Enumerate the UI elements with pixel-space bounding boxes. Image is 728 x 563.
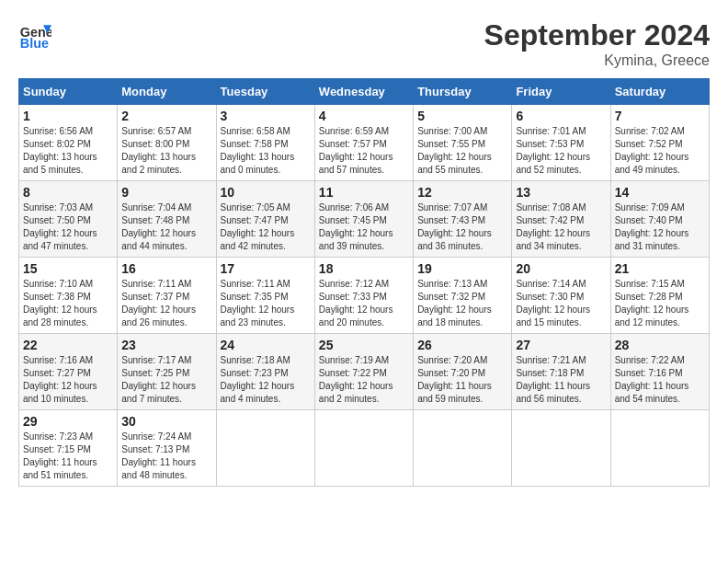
day-info: Sunrise: 7:08 AMSunset: 7:42 PMDaylight:… [516, 202, 590, 251]
header-sunday: Sunday [19, 79, 118, 105]
day-number: 14 [615, 185, 705, 200]
calendar-day-cell: 6 Sunrise: 7:01 AMSunset: 7:53 PMDayligh… [512, 105, 610, 181]
day-info: Sunrise: 7:07 AMSunset: 7:43 PMDaylight:… [417, 202, 492, 251]
calendar-day-cell: 25 Sunrise: 7:19 AMSunset: 7:22 PMDaylig… [314, 334, 413, 410]
day-number: 5 [417, 109, 507, 123]
day-info: Sunrise: 7:23 AMSunset: 7:15 PMDaylight:… [23, 431, 97, 480]
calendar-week-row: 22 Sunrise: 7:16 AMSunset: 7:27 PMDaylig… [19, 334, 710, 410]
day-info: Sunrise: 7:05 AMSunset: 7:47 PMDaylight:… [221, 202, 295, 251]
day-info: Sunrise: 7:18 AMSunset: 7:23 PMDaylight:… [221, 355, 295, 404]
day-number: 18 [319, 261, 409, 276]
day-info: Sunrise: 7:10 AMSunset: 7:38 PMDaylight:… [23, 279, 97, 327]
calendar-day-cell: 29 Sunrise: 7:23 AMSunset: 7:15 PMDaylig… [19, 410, 118, 487]
day-number: 25 [319, 338, 409, 352]
day-info: Sunrise: 6:56 AMSunset: 8:02 PMDaylight:… [23, 126, 97, 175]
empty-cell [314, 410, 413, 487]
calendar-day-cell: 23 Sunrise: 7:17 AMSunset: 7:25 PMDaylig… [118, 334, 216, 410]
day-info: Sunrise: 6:57 AMSunset: 8:00 PMDaylight:… [121, 126, 196, 175]
day-info: Sunrise: 6:58 AMSunset: 7:58 PMDaylight:… [221, 126, 295, 175]
day-info: Sunrise: 7:14 AMSunset: 7:30 PMDaylight:… [516, 279, 590, 327]
day-info: Sunrise: 7:22 AMSunset: 7:16 PMDaylight:… [615, 355, 689, 404]
calendar-day-cell: 5 Sunrise: 7:00 AMSunset: 7:55 PMDayligh… [414, 105, 512, 181]
calendar-day-cell: 26 Sunrise: 7:20 AMSunset: 7:20 PMDaylig… [414, 334, 512, 410]
day-number: 10 [221, 185, 311, 200]
day-number: 17 [221, 261, 311, 276]
day-number: 30 [121, 414, 211, 429]
header-tuesday: Tuesday [216, 79, 314, 105]
day-number: 6 [516, 109, 606, 123]
day-number: 23 [121, 338, 211, 352]
header-saturday: Saturday [610, 79, 709, 105]
day-info: Sunrise: 7:02 AMSunset: 7:52 PMDaylight:… [615, 126, 689, 175]
day-info: Sunrise: 7:17 AMSunset: 7:25 PMDaylight:… [121, 355, 196, 404]
day-number: 26 [417, 338, 507, 352]
day-number: 8 [23, 185, 113, 200]
month-title: September 2024 [484, 18, 710, 52]
day-info: Sunrise: 7:09 AMSunset: 7:40 PMDaylight:… [615, 202, 689, 251]
day-number: 4 [319, 109, 409, 123]
page-container: General Blue September 2024 Kymina, Gree… [18, 18, 710, 487]
calendar-day-cell: 16 Sunrise: 7:11 AMSunset: 7:37 PMDaylig… [118, 258, 216, 334]
svg-text:Blue: Blue [20, 36, 49, 51]
calendar-day-cell: 7 Sunrise: 7:02 AMSunset: 7:52 PMDayligh… [610, 105, 709, 181]
day-number: 9 [121, 185, 211, 200]
calendar-day-cell: 13 Sunrise: 7:08 AMSunset: 7:42 PMDaylig… [512, 181, 610, 258]
calendar-day-cell: 15 Sunrise: 7:10 AMSunset: 7:38 PMDaylig… [19, 258, 118, 334]
day-number: 3 [221, 109, 311, 123]
day-info: Sunrise: 7:04 AMSunset: 7:48 PMDaylight:… [121, 202, 196, 251]
calendar-day-cell: 10 Sunrise: 7:05 AMSunset: 7:47 PMDaylig… [216, 181, 314, 258]
day-info: Sunrise: 7:24 AMSunset: 7:13 PMDaylight:… [121, 431, 196, 480]
day-info: Sunrise: 7:16 AMSunset: 7:27 PMDaylight:… [23, 355, 97, 404]
day-info: Sunrise: 7:13 AMSunset: 7:32 PMDaylight:… [417, 279, 492, 327]
day-info: Sunrise: 6:59 AMSunset: 7:57 PMDaylight:… [319, 126, 393, 175]
day-info: Sunrise: 7:01 AMSunset: 7:53 PMDaylight:… [516, 126, 590, 175]
calendar-day-cell: 2 Sunrise: 6:57 AMSunset: 8:00 PMDayligh… [118, 105, 216, 181]
calendar-day-cell: 8 Sunrise: 7:03 AMSunset: 7:50 PMDayligh… [19, 181, 118, 258]
day-number: 24 [221, 338, 311, 352]
day-number: 20 [516, 261, 606, 276]
calendar-day-cell: 1 Sunrise: 6:56 AMSunset: 8:02 PMDayligh… [19, 105, 118, 181]
calendar-day-cell: 4 Sunrise: 6:59 AMSunset: 7:57 PMDayligh… [314, 105, 413, 181]
header-wednesday: Wednesday [314, 79, 413, 105]
day-number: 29 [23, 414, 113, 429]
day-info: Sunrise: 7:00 AMSunset: 7:55 PMDaylight:… [417, 126, 492, 175]
day-number: 15 [23, 261, 113, 276]
day-number: 1 [23, 109, 113, 123]
day-number: 16 [121, 261, 211, 276]
empty-cell [610, 410, 709, 487]
day-number: 7 [615, 109, 705, 123]
calendar-day-cell: 3 Sunrise: 6:58 AMSunset: 7:58 PMDayligh… [216, 105, 314, 181]
day-number: 13 [516, 185, 606, 200]
calendar-day-cell: 9 Sunrise: 7:04 AMSunset: 7:48 PMDayligh… [118, 181, 216, 258]
day-info: Sunrise: 7:11 AMSunset: 7:37 PMDaylight:… [121, 279, 196, 327]
calendar-day-cell: 28 Sunrise: 7:22 AMSunset: 7:16 PMDaylig… [610, 334, 709, 410]
day-number: 19 [417, 261, 507, 276]
calendar-day-cell: 21 Sunrise: 7:15 AMSunset: 7:28 PMDaylig… [610, 258, 709, 334]
calendar-day-cell: 14 Sunrise: 7:09 AMSunset: 7:40 PMDaylig… [610, 181, 709, 258]
calendar-header-row: SundayMondayTuesdayWednesdayThursdayFrid… [19, 79, 710, 105]
calendar-day-cell: 11 Sunrise: 7:06 AMSunset: 7:45 PMDaylig… [314, 181, 413, 258]
day-number: 22 [23, 338, 113, 352]
empty-cell [414, 410, 512, 487]
calendar-day-cell: 20 Sunrise: 7:14 AMSunset: 7:30 PMDaylig… [512, 258, 610, 334]
day-number: 11 [319, 185, 409, 200]
day-number: 21 [615, 261, 705, 276]
header: General Blue September 2024 Kymina, Gree… [18, 18, 710, 69]
calendar-day-cell: 19 Sunrise: 7:13 AMSunset: 7:32 PMDaylig… [414, 258, 512, 334]
calendar-week-row: 15 Sunrise: 7:10 AMSunset: 7:38 PMDaylig… [19, 258, 710, 334]
calendar-week-row: 1 Sunrise: 6:56 AMSunset: 8:02 PMDayligh… [19, 105, 710, 181]
calendar-day-cell: 17 Sunrise: 7:11 AMSunset: 7:35 PMDaylig… [216, 258, 314, 334]
day-info: Sunrise: 7:21 AMSunset: 7:18 PMDaylight:… [516, 355, 590, 404]
calendar-week-row: 8 Sunrise: 7:03 AMSunset: 7:50 PMDayligh… [19, 181, 710, 258]
calendar-day-cell: 22 Sunrise: 7:16 AMSunset: 7:27 PMDaylig… [19, 334, 118, 410]
calendar-day-cell: 24 Sunrise: 7:18 AMSunset: 7:23 PMDaylig… [216, 334, 314, 410]
header-thursday: Thursday [414, 79, 512, 105]
day-info: Sunrise: 7:06 AMSunset: 7:45 PMDaylight:… [319, 202, 393, 251]
day-info: Sunrise: 7:12 AMSunset: 7:33 PMDaylight:… [319, 279, 393, 327]
day-info: Sunrise: 7:03 AMSunset: 7:50 PMDaylight:… [23, 202, 97, 251]
logo: General Blue [18, 18, 51, 52]
location-subtitle: Kymina, Greece [484, 52, 710, 69]
day-info: Sunrise: 7:19 AMSunset: 7:22 PMDaylight:… [319, 355, 393, 404]
empty-cell [216, 410, 314, 487]
day-number: 12 [417, 185, 507, 200]
